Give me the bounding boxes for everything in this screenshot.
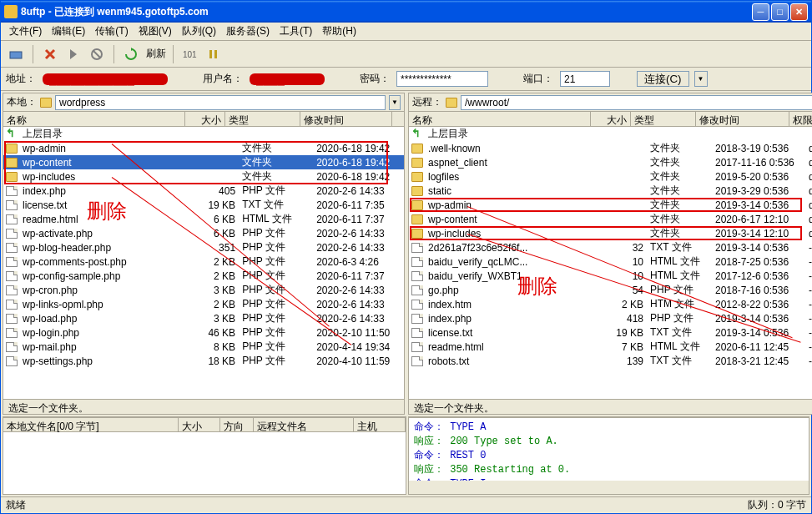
pause-icon[interactable] bbox=[204, 44, 224, 64]
updir-row[interactable]: ↰ 上层目录 bbox=[409, 127, 812, 141]
col-type[interactable]: 类型 bbox=[631, 112, 696, 126]
updir-row[interactable]: ↰ 上层目录 bbox=[3, 127, 404, 141]
menu-edit[interactable]: 编辑(E) bbox=[47, 23, 90, 40]
close-button[interactable]: ✕ bbox=[790, 3, 808, 21]
svg-rect-4 bbox=[214, 50, 217, 58]
disconnect-icon[interactable] bbox=[40, 44, 60, 64]
file-row[interactable]: wp-content文件夹2020-6-18 19:42 bbox=[3, 155, 404, 169]
file-row[interactable]: wp-content文件夹2020-6-17 12:10drwx: bbox=[409, 212, 812, 226]
file-row[interactable]: wp-load.php3 KBPHP 文件2020-2-6 14:33 bbox=[3, 311, 404, 325]
qcol-host[interactable]: 主机 bbox=[354, 418, 406, 431]
file-row[interactable]: static文件夹2019-3-29 0:536drwx: bbox=[409, 184, 812, 198]
file-row[interactable]: wp-settings.php18 KBPHP 文件2020-4-10 11:5… bbox=[3, 354, 404, 368]
file-row[interactable]: readme.html7 KBHTML 文件2020-6-11 12:45-rw… bbox=[409, 340, 812, 354]
qcol-remote[interactable]: 远程文件名 bbox=[254, 418, 354, 431]
file-row[interactable]: wp-comments-post.php2 KBPHP 文件2020-6-3 4… bbox=[3, 254, 404, 269]
file-row[interactable]: index.htm2 KBHTM 文件2012-8-22 0:536-rwx: bbox=[409, 297, 812, 311]
file-row[interactable]: license.txt19 KBTXT 文件2019-3-14 0:536-rw… bbox=[409, 325, 812, 340]
file-row[interactable]: wp-mail.php8 KBPHP 文件2020-4-14 19:34 bbox=[3, 340, 404, 354]
reconnect-icon[interactable] bbox=[63, 44, 83, 64]
menu-queue[interactable]: 队列(Q) bbox=[177, 23, 221, 40]
menu-server[interactable]: 服务器(S) bbox=[221, 23, 275, 40]
col-name[interactable]: 名称 bbox=[409, 112, 591, 126]
file-row[interactable]: wp-links-opml.php2 KBPHP 文件2020-2-6 14:3… bbox=[3, 297, 404, 311]
file-row[interactable]: wp-admin文件夹2020-6-18 19:42 bbox=[3, 141, 404, 155]
file-row[interactable]: go.php54PHP 文件2018-7-16 0:536-rwx: bbox=[409, 283, 812, 297]
file-icon bbox=[6, 271, 18, 281]
file-row[interactable]: .well-known文件夹2018-3-19 0:536drwx: bbox=[409, 141, 812, 155]
queue-list[interactable] bbox=[3, 432, 406, 494]
col-size[interactable]: 大小 bbox=[591, 112, 631, 126]
local-file-list[interactable]: ↰ 上层目录 wp-admin文件夹2020-6-18 19:42wp-cont… bbox=[3, 127, 404, 399]
file-row[interactable]: 2d261a7f23c6e52f6f...32TXT 文件2019-3-14 0… bbox=[409, 240, 812, 254]
local-path-input[interactable] bbox=[55, 95, 386, 110]
col-name[interactable]: 名称 bbox=[3, 112, 185, 126]
abort-icon[interactable] bbox=[87, 44, 107, 64]
folder-icon bbox=[411, 144, 423, 154]
file-row[interactable]: wp-includes文件夹2020-6-18 19:42 bbox=[3, 169, 404, 184]
col-mod[interactable]: 修改时间 bbox=[300, 112, 392, 126]
qcol-dir[interactable]: 方向 bbox=[220, 418, 254, 431]
binary-mode-icon[interactable]: 101 bbox=[180, 44, 200, 64]
file-row[interactable]: baidu_verify_WXBT1...10HTML 文件2017-12-6 … bbox=[409, 269, 812, 283]
connect-button[interactable]: 连接(C) bbox=[637, 71, 689, 87]
file-row[interactable]: index.php418PHP 文件2019-3-14 0:536-rwx: bbox=[409, 311, 812, 325]
file-icon bbox=[411, 342, 423, 352]
col-mod[interactable]: 修改时间 bbox=[696, 112, 789, 126]
file-row[interactable]: readme.html6 KBHTML 文件2020-6-11 7:37 bbox=[3, 212, 404, 226]
local-pathbar: 本地： ▼ bbox=[3, 93, 404, 112]
qcol-name[interactable]: 本地文件名[0/0 字节] bbox=[3, 418, 179, 431]
folder-icon bbox=[6, 158, 18, 168]
file-icon bbox=[6, 229, 18, 239]
menu-file[interactable]: 文件(F) bbox=[4, 23, 47, 40]
menu-tools[interactable]: 工具(T) bbox=[275, 23, 317, 40]
file-row[interactable]: wp-includes文件夹2019-3-14 12:10drwx: bbox=[409, 226, 812, 240]
status-queue: 队列：0 字节 bbox=[748, 498, 806, 512]
pass-input[interactable] bbox=[396, 71, 488, 87]
file-row[interactable]: logfiles文件夹2019-5-20 0:536drwx: bbox=[409, 169, 812, 184]
file-row[interactable]: wp-activate.php6 KBPHP 文件2020-2-6 14:33 bbox=[3, 226, 404, 240]
remote-status: 选定一个文件夹。 bbox=[409, 399, 812, 414]
file-icon bbox=[6, 300, 18, 310]
connect-icon[interactable] bbox=[6, 44, 26, 64]
refresh-icon[interactable] bbox=[121, 44, 141, 64]
file-row[interactable]: robots.txt139TXT 文件2018-3-21 12:45-rwx: bbox=[409, 354, 812, 368]
file-row[interactable]: index.php405PHP 文件2020-2-6 14:33 bbox=[3, 184, 404, 198]
file-row[interactable]: license.txt19 KBTXT 文件2020-6-11 7:35 bbox=[3, 198, 404, 212]
queue-pane: 本地文件名[0/0 字节] 大小 方向 远程文件名 主机 bbox=[3, 416, 406, 495]
file-row[interactable]: wp-admin文件夹2019-3-14 0:536drwx: bbox=[409, 198, 812, 212]
qcol-size[interactable]: 大小 bbox=[179, 418, 220, 431]
addr-input[interactable]: ████████████ bbox=[43, 73, 168, 85]
folder-icon bbox=[411, 158, 423, 168]
file-row[interactable]: wp-login.php46 KBPHP 文件2020-2-10 11:50 bbox=[3, 325, 404, 340]
file-row[interactable]: wp-blog-header.php351PHP 文件2020-2-6 14:3… bbox=[3, 240, 404, 254]
user-input[interactable]: ████ bbox=[250, 73, 325, 85]
remote-file-list[interactable]: ↰ 上层目录 .well-known文件夹2018-3-19 0:536drwx… bbox=[409, 127, 812, 399]
remote-path-input[interactable] bbox=[461, 95, 812, 110]
file-icon bbox=[6, 257, 18, 267]
file-icon bbox=[411, 257, 423, 267]
file-row[interactable]: wp-cron.php3 KBPHP 文件2020-2-6 14:33 bbox=[3, 283, 404, 297]
folder-icon bbox=[6, 172, 18, 182]
file-row[interactable]: baidu_verify_qcLMC...10HTML 文件2018-7-25 … bbox=[409, 254, 812, 269]
connect-dropdown[interactable]: ▼ bbox=[694, 71, 708, 87]
addr-label: 地址： bbox=[6, 72, 36, 86]
file-icon bbox=[6, 342, 18, 352]
col-type[interactable]: 类型 bbox=[225, 112, 300, 126]
menu-view[interactable]: 视图(V) bbox=[134, 23, 177, 40]
col-perm[interactable]: 权限 bbox=[789, 112, 812, 126]
titlebar[interactable]: 8uftp - 已连接到 wenm945.gotoftp5.com ─ □ ✕ bbox=[1, 1, 811, 23]
col-size[interactable]: 大小 bbox=[185, 112, 225, 126]
port-input[interactable] bbox=[560, 71, 610, 87]
file-icon bbox=[6, 200, 18, 210]
menu-transfer[interactable]: 传输(T) bbox=[90, 23, 133, 40]
local-path-label: 本地： bbox=[7, 95, 37, 109]
file-row[interactable]: aspnet_client文件夹2017-11-16 0:536drwx: bbox=[409, 155, 812, 169]
minimize-button[interactable]: ─ bbox=[752, 3, 769, 21]
local-path-dropdown[interactable]: ▼ bbox=[389, 95, 401, 110]
file-icon bbox=[6, 328, 18, 338]
menu-help[interactable]: 帮助(H) bbox=[317, 23, 361, 40]
maximize-button[interactable]: □ bbox=[771, 3, 789, 21]
file-row[interactable]: wp-config-sample.php2 KBPHP 文件2020-6-11 … bbox=[3, 269, 404, 283]
log-list[interactable]: 命令： TYPE A响应： 200 Type set to A.命令： REST… bbox=[409, 417, 809, 481]
